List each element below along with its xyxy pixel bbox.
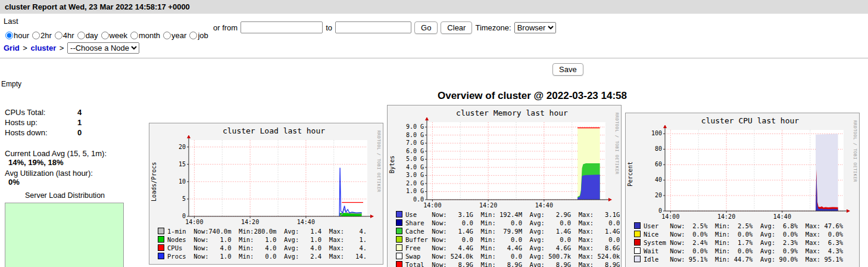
- svg-text:14:20: 14:20: [717, 213, 735, 220]
- range-radio-hour[interactable]: [5, 32, 13, 39]
- svg-text:14:00: 14:00: [661, 213, 679, 220]
- legend-color-swatch: [634, 231, 641, 237]
- stat-label: Hosts down:: [5, 128, 77, 138]
- svg-text:20: 20: [179, 144, 186, 150]
- range-radio-week[interactable]: [101, 32, 109, 39]
- svg-text:14:40: 14:40: [773, 213, 791, 220]
- legend-color-swatch: [396, 261, 402, 267]
- chart-legend: User Now: 2.5% Min: 2.5% Avg: 6.8% Max: …: [626, 221, 859, 267]
- legend-row-idle: Idle Now: 95.1% Min: 44.7% Avg: 90.0% Ma…: [634, 255, 859, 263]
- stat-label: Hosts up:: [5, 117, 77, 128]
- overview-title: Overview of cluster @ 2022-03-23 14:58: [196, 90, 868, 102]
- legend-color-swatch: [158, 228, 164, 234]
- legend-color-swatch: [396, 253, 402, 259]
- legend-text: 1-min Now:740.0m Min:280.0m Avg: 1.4 Max…: [167, 228, 367, 235]
- legend-text: Total Now: 8.9G Min: 8.9G Avg: 8.9G Max:…: [405, 261, 620, 267]
- charts-row: cluster Load last hour Loads/Procs 05101…: [149, 105, 860, 267]
- svg-text:14:40: 14:40: [535, 202, 553, 209]
- breadcrumb-separator: >: [23, 44, 27, 52]
- legend-text: Free Now: 4.4G Min: 4.4G Avg: 4.6G Max: …: [405, 244, 620, 252]
- stat-row: Hosts down:0: [5, 128, 149, 138]
- legend-text: Procs Now: 1.0 Min: 0.0 Avg: 2.4 Max: 14…: [167, 253, 367, 260]
- legend-row-use: Use Now: 3.1G Min: 192.4M Avg: 2.9G Max:…: [396, 210, 621, 219]
- chart-legend: 1-min Now:740.0m Min:280.0m Avg: 1.4 Max…: [149, 226, 383, 264]
- legend-row-system: System Now: 2.4% Min: 1.7% Avg: 2.3% Max…: [634, 238, 859, 247]
- legend-text: Nice Now: 0.0% Min: 0.0% Avg: 0.0% Max: …: [644, 231, 843, 238]
- node-select[interactable]: --Choose a Node: [67, 42, 139, 54]
- go-button[interactable]: Go: [414, 21, 438, 34]
- stats-list: CPUs Total:4Hosts up:1Hosts down:0: [5, 107, 149, 138]
- range-radio-group: hour2hr4hrdayweekmonthyearjob: [4, 31, 213, 40]
- save-button[interactable]: Save: [552, 63, 583, 76]
- range-option-job[interactable]: job: [188, 31, 208, 40]
- to-input[interactable]: [335, 21, 411, 33]
- range-radio-job[interactable]: [189, 32, 197, 39]
- legend-row-nodes: Nodes Now: 1.0 Min: 1.0 Avg: 1.0 Max: 1.: [158, 235, 383, 244]
- legend-row-user: User Now: 2.5% Min: 2.5% Avg: 6.8% Max: …: [634, 222, 859, 230]
- range-option-4hr[interactable]: 4hr: [53, 31, 74, 40]
- legend-text: System Now: 2.4% Min: 1.7% Avg: 2.3% Max…: [644, 239, 843, 246]
- range-radio-day[interactable]: [77, 32, 85, 39]
- chart-plot-area: 0.01.0 G2.0 G3.0 G4.0 G5.0 G6.0 G7.0 G8.…: [401, 117, 621, 209]
- legend-text: Wait Now: 0.0% Min: 0.0% Avg: 0.9% Max: …: [644, 247, 843, 254]
- rrdtool-watermark: RRDTOOL / TOBI OETIKER: [614, 113, 619, 175]
- svg-text:0.0: 0.0: [413, 196, 424, 203]
- rrdtool-watermark: RRDTOOL / TOBI OETIKER: [853, 120, 857, 182]
- svg-text:8.0 G: 8.0 G: [406, 132, 424, 138]
- range-radio-year[interactable]: [163, 32, 171, 39]
- range-option-year[interactable]: year: [161, 31, 186, 40]
- stat-value: 0: [77, 128, 82, 138]
- legend-row-cpus: CPUs Now: 4.0 Min: 4.0 Avg: 4.0 Max: 4.: [158, 244, 383, 252]
- legend-row-free: Free Now: 4.4G Min: 4.4G Avg: 4.6G Max: …: [396, 244, 621, 252]
- svg-text:14:40: 14:40: [297, 219, 315, 225]
- main-content: CPUs Total:4Hosts up:1Hosts down:0 Curre…: [0, 105, 868, 267]
- legend-row-nice: Nice Now: 0.0% Min: 0.0% Avg: 0.0% Max: …: [634, 230, 859, 238]
- range-radio-4hr[interactable]: [55, 32, 63, 39]
- legend-color-swatch: [634, 239, 641, 246]
- legend-color-swatch: [158, 253, 164, 259]
- chart-title: cluster Load last hour: [149, 123, 383, 135]
- breadcrumb: Grid > cluster > --Choose a Node: [0, 40, 868, 57]
- range-option-month[interactable]: month: [129, 31, 160, 40]
- legend-row-procs: Procs Now: 1.0 Min: 0.0 Avg: 2.4 Max: 14…: [158, 252, 383, 260]
- range-option-week[interactable]: week: [99, 31, 127, 40]
- legend-color-swatch: [634, 256, 641, 262]
- svg-text:80: 80: [655, 145, 662, 152]
- timezone-select[interactable]: Browser: [514, 22, 556, 33]
- svg-text:14:20: 14:20: [241, 219, 259, 225]
- svg-text:4.0 G: 4.0 G: [406, 164, 424, 170]
- load-avg-label: Current Load Avg (15, 5, 1m):: [5, 149, 149, 158]
- stat-label: CPUs Total:: [5, 107, 77, 117]
- range-radio-2hr[interactable]: [32, 32, 40, 39]
- range-option-2hr[interactable]: 2hr: [30, 31, 52, 40]
- range-option-hour[interactable]: hour: [4, 31, 29, 40]
- clear-button[interactable]: Clear: [441, 21, 472, 34]
- legend-row-buffer: Buffer Now: 0.0 Min: 0.0 Avg: 0.0 Max: 0…: [396, 235, 621, 244]
- stat-row: CPUs Total:4: [5, 107, 149, 117]
- svg-text:5.0 G: 5.0 G: [406, 156, 424, 162]
- svg-text:20: 20: [655, 192, 662, 198]
- stat-value: 4: [77, 107, 82, 117]
- svg-text:1.0 G: 1.0 G: [406, 188, 424, 194]
- last-label: Last: [4, 17, 213, 26]
- legend-text: Idle Now: 95.1% Min: 44.7% Avg: 90.0% Ma…: [644, 256, 843, 263]
- svg-text:10: 10: [179, 178, 186, 185]
- breadcrumb-cluster-link[interactable]: cluster: [31, 44, 57, 52]
- chart-legend: Use Now: 3.1G Min: 192.4M Avg: 2.9G Max:…: [388, 209, 621, 267]
- from-input[interactable]: [241, 21, 323, 33]
- svg-text:3.0 G: 3.0 G: [406, 172, 424, 178]
- load-chart-panel: cluster Load last hour Loads/Procs 05101…: [149, 123, 383, 265]
- stat-value: 1: [77, 117, 82, 128]
- server-load-distribution-label: Server Load Distribution: [5, 191, 125, 200]
- range-option-day[interactable]: day: [76, 31, 98, 40]
- svg-text:7.0 G: 7.0 G: [406, 139, 424, 146]
- memory-chart-panel: cluster Memory last hour Bytes 0.01.0 G2…: [387, 105, 622, 267]
- breadcrumb-grid-link[interactable]: Grid: [4, 44, 20, 52]
- legend-row-swap: Swap Now: 524.0k Min: 0.0 Avg: 500.7k Ma…: [396, 252, 621, 260]
- chart-ylabel: Percent: [627, 134, 633, 215]
- cpu-chart-panel: cluster CPU last hour Percent 0204060801…: [625, 113, 860, 267]
- timezone-label: Timezone:: [475, 23, 511, 32]
- range-radio-month[interactable]: [130, 32, 138, 39]
- legend-text: User Now: 2.5% Min: 2.5% Avg: 6.8% Max: …: [644, 222, 843, 229]
- chart-title: cluster CPU last hour: [626, 113, 859, 125]
